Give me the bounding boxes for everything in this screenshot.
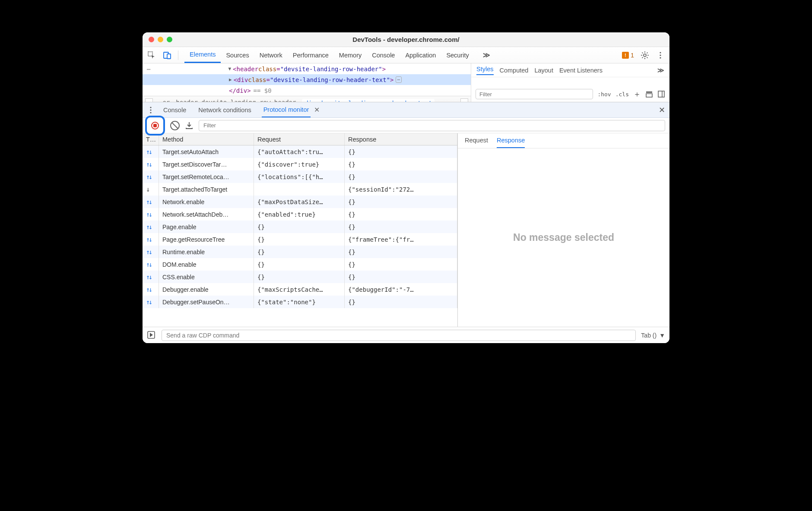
warning-count: 1 — [631, 52, 634, 59]
dom-value: "devsite-landing-row-header" — [280, 66, 382, 73]
main-tab-application[interactable]: Application — [400, 47, 441, 63]
cell-method: Debugger.enable — [159, 283, 254, 296]
svg-rect-7 — [646, 91, 652, 93]
svg-rect-2 — [167, 54, 171, 59]
drawer-tab-console[interactable]: Console — [162, 102, 188, 117]
table-row[interactable]: ↑↓CSS.enable{}{} — [143, 271, 457, 283]
target-label: Tab () — [641, 332, 657, 339]
inspect-icon[interactable] — [147, 50, 156, 60]
direction-icon: ↑↓ — [143, 158, 159, 170]
cdp-command-input[interactable] — [162, 330, 636, 341]
detail-tab-request[interactable]: Request — [465, 137, 488, 148]
styles-tabs: StylesComputedLayoutEvent Listeners≫ — [471, 63, 669, 77]
table-row[interactable]: ↑↓Target.setRemoteLoca…{"locations":[{"h… — [143, 170, 457, 183]
record-button[interactable] — [151, 122, 159, 129]
cell-response: {} — [345, 208, 457, 221]
styles-tab-event-listeners[interactable]: Event Listeners — [559, 67, 603, 74]
cell-method: Debugger.setPauseOn… — [159, 296, 254, 308]
breadcrumb-next-icon[interactable]: ▶ — [460, 98, 468, 102]
drawer-tab-network-conditions[interactable]: Network conditions — [197, 102, 253, 117]
cell-request: {"maxScriptsCache… — [254, 283, 345, 296]
computed-styles-icon[interactable] — [645, 90, 653, 98]
detail-tab-response[interactable]: Response — [497, 137, 525, 148]
save-icon[interactable] — [185, 121, 193, 130]
table-row[interactable]: ↑↓Network.setAttachDeb…{"enabled":true}{… — [143, 208, 457, 221]
main-tab-network[interactable]: Network — [254, 47, 288, 63]
breadcrumb-item[interactable]: header.devsite-landing-row-header — [176, 99, 296, 102]
cell-request: {} — [254, 258, 345, 271]
col-method[interactable]: Method — [159, 133, 254, 145]
breadcrumb-prev-icon[interactable]: ◀ — [145, 98, 153, 102]
elements-panel: ⋯ ▼ <header class= "devsite-landing-row-… — [143, 63, 669, 102]
close-tab-icon[interactable]: ✕ — [314, 106, 320, 114]
styles-overflow-icon[interactable]: ≫ — [657, 67, 664, 74]
kebab-menu-icon[interactable] — [656, 50, 665, 60]
hov-button[interactable]: :hov — [597, 91, 611, 98]
cell-request: {"autoAttach":tru… — [254, 145, 345, 158]
table-row[interactable]: ↑↓Page.enable{}{} — [143, 221, 457, 233]
col-response[interactable]: Response — [345, 133, 457, 145]
cell-request: {"discover":true} — [254, 158, 345, 170]
svg-point-4 — [660, 52, 661, 53]
protocol-detail: RequestResponse No message selected — [458, 133, 669, 327]
styles-filter-input[interactable] — [476, 89, 593, 99]
table-row[interactable]: ↑↓Page.getResourceTree{}{"frameTree":{"f… — [143, 233, 457, 246]
protocol-filter-input[interactable] — [199, 120, 665, 131]
table-row[interactable]: ↑↓Network.enable{"maxPostDataSize…{} — [143, 196, 457, 208]
tabs-overflow-icon[interactable]: ≫ — [480, 51, 493, 59]
new-style-rule-icon[interactable]: ＋ — [633, 89, 641, 99]
protocol-table: T… Method Request Response ↑↓Target.setA… — [143, 133, 458, 327]
direction-icon: ↑↓ — [143, 296, 159, 308]
cell-method: Target.setDiscoverTar… — [159, 158, 254, 170]
main-tab-console[interactable]: Console — [367, 47, 400, 63]
target-selector[interactable]: Tab () ▼ — [641, 332, 665, 339]
more-icon[interactable]: ⋯ — [396, 76, 402, 83]
cell-method: Runtime.enable — [159, 246, 254, 258]
main-tab-elements[interactable]: Elements — [184, 47, 221, 63]
settings-gear-icon[interactable] — [640, 50, 650, 60]
table-row[interactable]: ↑↓DOM.enable{}{} — [143, 258, 457, 271]
breadcrumb-item[interactable]: …er — [159, 99, 170, 102]
main-tab-security[interactable]: Security — [441, 47, 474, 63]
drawer-tab-protocol-monitor[interactable]: Protocol monitor — [262, 102, 311, 117]
styles-tab-styles[interactable]: Styles — [476, 66, 494, 75]
cell-response: {} — [345, 296, 457, 308]
clear-button[interactable] — [170, 121, 180, 130]
table-row[interactable]: ↑↓Debugger.enable{"maxScriptsCache…{"deb… — [143, 283, 457, 296]
table-row[interactable]: ↑↓Target.setDiscoverTar…{"discover":true… — [143, 158, 457, 170]
table-row[interactable]: ↑↓Runtime.enable{}{} — [143, 246, 457, 258]
toggle-sidebar-icon[interactable] — [657, 90, 665, 98]
svg-rect-9 — [658, 91, 664, 97]
expand-arrow-icon[interactable]: ▶ — [229, 77, 232, 82]
breadcrumb-item[interactable]: div.devsite-landing-row-header-text — [302, 99, 435, 102]
direction-icon: ↑↓ — [143, 170, 159, 183]
no-message-label: No message selected — [458, 148, 669, 327]
main-tab-performance[interactable]: Performance — [288, 47, 334, 63]
styles-tab-computed[interactable]: Computed — [500, 67, 529, 74]
device-toggle-icon[interactable] — [162, 50, 172, 60]
cls-button[interactable]: .cls — [615, 91, 629, 98]
table-row[interactable]: ↑↓Target.setAutoAttach{"autoAttach":tru…… — [143, 145, 457, 158]
col-request[interactable]: Request — [254, 133, 345, 145]
table-row[interactable]: ↓Target.attachedToTarget{"sessionId":"27… — [143, 183, 457, 196]
dom-attr: class — [248, 76, 266, 83]
cell-request: {"enabled":true} — [254, 208, 345, 221]
drawer-menu-icon[interactable] — [147, 106, 155, 114]
main-toolbar: ElementsSourcesNetworkPerformanceMemoryC… — [143, 47, 669, 63]
cdp-send-icon[interactable] — [147, 331, 156, 340]
close-drawer-icon[interactable]: ✕ — [659, 105, 665, 115]
table-row[interactable]: ↑↓Debugger.setPauseOn…{"state":"none"}{} — [143, 296, 457, 308]
styles-tab-layout[interactable]: Layout — [534, 67, 553, 74]
cell-response: {} — [345, 145, 457, 158]
warnings-badge[interactable]: ! 1 — [622, 52, 634, 59]
titlebar: DevTools - developer.chrome.com/ — [143, 32, 669, 47]
svg-point-6 — [660, 57, 661, 58]
main-tab-sources[interactable]: Sources — [221, 47, 254, 63]
cell-response: {"debuggerId":"-7… — [345, 283, 457, 296]
ellipsis-icon[interactable]: ⋯ — [143, 66, 155, 73]
direction-icon: ↑↓ — [143, 145, 159, 158]
collapse-arrow-icon[interactable]: ▼ — [228, 66, 231, 72]
main-tab-memory[interactable]: Memory — [334, 47, 367, 63]
dom-tree[interactable]: ⋯ ▼ <header class= "devsite-landing-row-… — [143, 63, 471, 102]
cell-method: Network.enable — [159, 196, 254, 208]
